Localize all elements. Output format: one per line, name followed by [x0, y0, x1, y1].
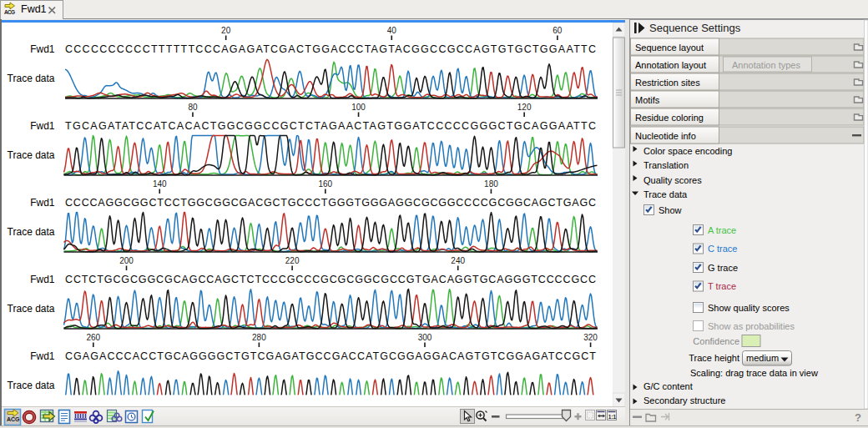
- svg-text:240: 240: [451, 256, 465, 265]
- svg-text:140: 140: [153, 179, 167, 189]
- svg-text:G trace: G trace: [708, 263, 738, 273]
- svg-text:Fwd1: Fwd1: [30, 197, 55, 209]
- svg-text:120: 120: [517, 103, 532, 112]
- svg-text:Annotation types: Annotation types: [732, 60, 800, 70]
- svg-text:Quality scores: Quality scores: [643, 175, 702, 185]
- svg-text:Annotation layout: Annotation layout: [635, 60, 706, 70]
- svg-text:Motifs: Motifs: [635, 95, 660, 105]
- svg-text:20: 20: [221, 26, 231, 35]
- svg-text:Translation: Translation: [643, 160, 689, 170]
- svg-text:Show: Show: [659, 205, 682, 215]
- svg-text:C trace: C trace: [708, 244, 737, 254]
- svg-text:Trace data: Trace data: [8, 73, 55, 84]
- svg-text:Confidence: Confidence: [693, 336, 739, 346]
- svg-text:Fwd1: Fwd1: [30, 274, 55, 285]
- svg-text:280: 280: [252, 333, 266, 342]
- svg-text:Trace data: Trace data: [643, 189, 688, 199]
- svg-text:180: 180: [484, 179, 498, 189]
- svg-text:220: 220: [285, 256, 300, 265]
- svg-text:Trace data: Trace data: [8, 226, 55, 238]
- svg-text:Scaling: drag trace data in vi: Scaling: drag trace data in view: [690, 368, 818, 378]
- svg-text:?: ?: [855, 411, 861, 424]
- svg-text:CCCCAGGCGGCTCCTGGCGGCGACGCTGCC: CCCCAGGCGGCTCCTGGCGGCGACGCTGCCCTGGGTGGGA…: [65, 197, 596, 209]
- svg-text:100: 100: [351, 103, 366, 112]
- svg-text:200: 200: [119, 256, 134, 265]
- svg-text:Restriction sites: Restriction sites: [635, 78, 700, 88]
- svg-text:40: 40: [387, 26, 397, 35]
- svg-text:60: 60: [553, 26, 563, 35]
- svg-text:Fwd1: Fwd1: [30, 120, 55, 132]
- svg-text:CCCCCCCCCCTTTTTTCCCAGAGATCGACT: CCCCCCCCCCTTTTTTCCCAGAGATCGACTGGACCCTAGT…: [65, 43, 596, 55]
- svg-text:Show quality scores: Show quality scores: [708, 303, 790, 313]
- svg-text:320: 320: [583, 333, 598, 342]
- svg-text:T trace: T trace: [708, 281, 736, 291]
- svg-text:ACG: ACG: [4, 9, 15, 15]
- svg-text:Trace data: Trace data: [8, 149, 55, 161]
- svg-text:CCTCTGCGCGGCGCAGCCAGCTCTCCCGCC: CCTCTGCGCGGCGCAGCCAGCTCTCCCGCCCGCGCGGCGC…: [65, 274, 596, 285]
- svg-text:A trace: A trace: [708, 225, 736, 235]
- svg-text:Show as probabilities: Show as probabilities: [708, 321, 795, 331]
- svg-text:Trace height: Trace height: [689, 353, 739, 363]
- svg-text:G/C content: G/C content: [643, 381, 693, 391]
- svg-text:medium: medium: [746, 353, 779, 363]
- svg-text:TGCAGATATCCATCACACTGGCGGCCGCTC: TGCAGATATCCATCACACTGGCGGCCGCTCTAGAACTAGT…: [65, 120, 596, 132]
- svg-text:80: 80: [188, 103, 198, 112]
- svg-text:Fwd1: Fwd1: [30, 350, 55, 362]
- svg-text:300: 300: [418, 333, 432, 342]
- svg-text:160: 160: [318, 179, 332, 189]
- svg-text:Color space encoding: Color space encoding: [643, 146, 732, 156]
- svg-text:1:1: 1:1: [608, 414, 617, 420]
- svg-text:Fwd1: Fwd1: [30, 43, 55, 55]
- svg-text:260: 260: [86, 333, 100, 342]
- svg-text:Trace data: Trace data: [8, 380, 55, 391]
- svg-text:Trace data: Trace data: [8, 303, 55, 315]
- svg-text:Nucleotide info: Nucleotide info: [635, 131, 696, 141]
- svg-text:Secondary structure: Secondary structure: [643, 395, 725, 405]
- svg-text:Sequence layout: Sequence layout: [635, 43, 704, 53]
- svg-text:Sequence Settings: Sequence Settings: [649, 22, 741, 34]
- svg-text:CGAGACCCACCTGCAGGGGCTGTCGAGATG: CGAGACCCACCTGCAGGGGCTGTCGAGATGCCGACCATGC…: [65, 350, 596, 362]
- svg-text:Residue coloring: Residue coloring: [635, 113, 704, 123]
